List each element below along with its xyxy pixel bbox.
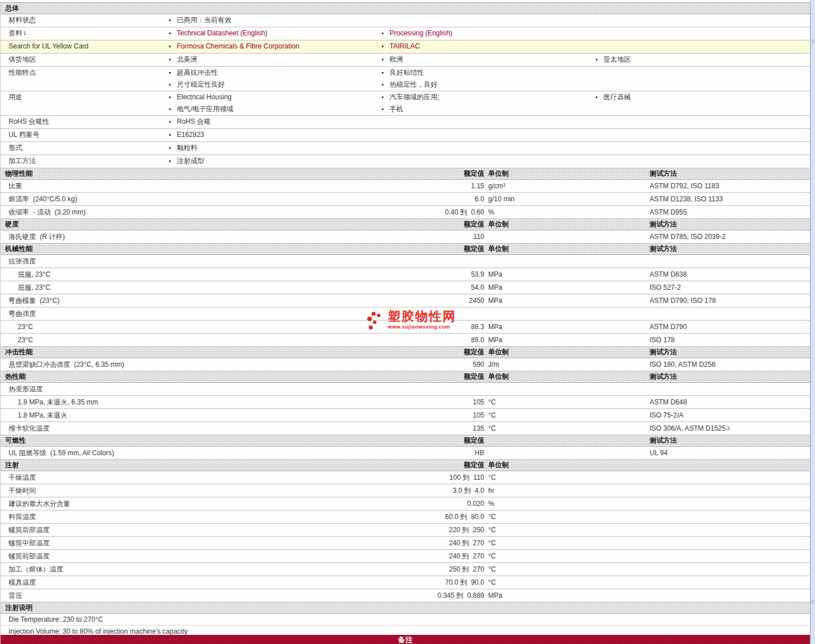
property-row: 弯曲模量 (23°C)2450MPaASTM D790, ISO 178 <box>1 294 810 307</box>
vertical-scrollbar[interactable] <box>810 0 815 644</box>
bullet-icon: • <box>382 40 384 52</box>
info-row-label: UL 档案号 <box>9 129 39 141</box>
list-item-text: 电气/电子应用领域 <box>177 105 233 113</box>
section-title: 注射 <box>1 461 19 469</box>
property-unit: MPa <box>488 334 502 346</box>
test-method-text: ISO 527-2 <box>650 283 681 291</box>
property-unit: °C <box>488 471 496 484</box>
property-value: HB <box>343 447 484 459</box>
property-test-method: ISO 178 <box>650 334 675 346</box>
material-datasheet-page: 总体材料状态•已商用：当前有效资料1•Technical Datasheet (… <box>0 0 815 644</box>
section-header: 硬度额定值单位制测试方法 <box>1 219 810 230</box>
property-value: 88.3 <box>343 321 484 333</box>
bullet-icon: • <box>169 142 171 154</box>
property-row: 洛氏硬度 (R 计秤)110ASTM D785, ISO 2039-2 <box>1 230 810 244</box>
bullet-column: •颗粒料 <box>169 142 197 154</box>
list-item-text: 尺寸稳定性良好 <box>177 80 225 88</box>
property-test-method: UL 94 <box>650 447 668 459</box>
bullet-icon: • <box>169 67 171 79</box>
property-label: 熔流率 (240°C/5.0 kg) <box>9 193 77 205</box>
property-test-method: ASTM D785, ISO 2039-2 <box>650 230 725 243</box>
section-title: 热性能 <box>1 372 26 380</box>
bullet-icon: • <box>169 54 171 66</box>
rated-value-column-header: 额定值 <box>343 460 484 471</box>
bullet-column: •注射成型 <box>169 155 204 167</box>
property-test-method: ASTM D790, ISO 178 <box>650 294 716 307</box>
property-row: 螺筒中部温度240 到 270°C <box>1 537 810 550</box>
info-row: 供货地区•北美洲•欧洲•亚太地区 <box>1 54 810 67</box>
property-row: 屈服, 23°C53.9MPaASTM D638 <box>1 268 810 281</box>
property-value: 220 到 250 <box>343 524 484 536</box>
property-unit: MPa <box>488 268 502 281</box>
list-item: •汽车领域的应用: <box>382 91 439 103</box>
test-method-text: ASTM D785, ISO 2039-2 <box>650 233 725 241</box>
link[interactable]: Formosa Chemicals & Fibre Corporation <box>177 42 299 50</box>
bullet-column: •医疗器械 <box>595 91 631 103</box>
info-row-label: 加工方法 <box>9 155 36 167</box>
info-row-label-text: UL 档案号 <box>9 131 39 139</box>
unit-column-header: 单位制 <box>488 168 509 179</box>
property-unit: °C <box>488 576 496 589</box>
info-row: 资料1•Technical Datasheet (English)•Proces… <box>1 27 810 40</box>
property-unit: °C <box>488 537 496 549</box>
test-method-column-header: 测试方法 <box>650 168 677 179</box>
info-row: RoHS 合规性•RoHS 合规 <box>1 116 810 129</box>
link[interactable]: TAIRILAC <box>390 42 420 50</box>
link[interactable]: Processing (English) <box>390 29 452 37</box>
property-test-method: ASTM D790 <box>650 321 687 333</box>
property-value: 89.0 <box>343 334 484 346</box>
test-method-column-header: 测试方法 <box>650 219 677 230</box>
list-item: •Electrical Housing <box>169 91 233 103</box>
property-row: 螺筒后部温度220 到 250°C <box>1 524 810 537</box>
bullet-icon: • <box>169 27 171 39</box>
test-method-column-header: 测试方法 <box>650 371 677 382</box>
property-test-method: ASTM D792, ISO 1183 <box>650 180 719 192</box>
property-row: 加工（熔体）温度250 到 270°C <box>1 563 810 576</box>
bullet-column: •欧洲 <box>382 54 403 66</box>
bullet-icon: • <box>169 155 171 167</box>
property-test-method: ISO 306/A, ASTM D15252 <box>650 422 729 435</box>
section-header: 可燃性额定值测试方法 <box>1 435 810 447</box>
list-item-text: 热稳定性，良好 <box>390 80 437 88</box>
bullet-icon: • <box>169 40 171 52</box>
property-unit: MPa <box>488 321 502 333</box>
property-unit: MPa <box>488 294 502 307</box>
link[interactable]: Technical Datasheet (English) <box>177 29 267 37</box>
list-item-text: 超高抗冲击性 <box>177 68 218 76</box>
test-method-text: ISO 306/A, ASTM D1525 <box>650 424 725 432</box>
list-item: •TAIRILAC <box>382 40 420 52</box>
property-row: 背压0.345 到 0.689MPa <box>1 589 810 602</box>
info-row: 加工方法•注射成型 <box>1 155 810 168</box>
info-row-label: Search for UL Yellow Card <box>9 40 88 52</box>
test-method-text: ASTM D792, ISO 1183 <box>650 182 719 190</box>
list-item: •超高抗冲击性 <box>169 67 225 79</box>
property-row: UL 阻燃等级 (1.59 mm, All Colors)HBUL 94 <box>1 447 810 460</box>
unit-column-header: 单位制 <box>488 347 509 358</box>
rated-value-column-header: 额定值 <box>343 435 484 446</box>
bullet-column: •TAIRILAC <box>382 40 420 52</box>
property-test-method: ASTM D638 <box>650 268 687 281</box>
list-item-text: Electrical Housing <box>177 93 232 101</box>
property-row: 建议的最大水分含量0.020% <box>1 497 810 511</box>
list-item: •欧洲 <box>382 54 403 66</box>
property-label: 螺筒后部温度 <box>9 524 50 536</box>
property-value: 60.0 到 80.0 <box>343 511 484 523</box>
property-row: 1.8 MPa, 未退火, 6.35 mm105°CASTM D648 <box>1 396 810 409</box>
info-row: UL 档案号•E162823 <box>1 129 810 142</box>
bullet-icon: • <box>169 14 171 26</box>
section-header: 总体 <box>1 3 810 14</box>
bullet-column: •Technical Datasheet (English) <box>169 27 267 39</box>
property-label: 建议的最大水分含量 <box>9 497 70 510</box>
bullet-icon: • <box>169 103 171 115</box>
footnote-marker: 1 <box>23 30 26 36</box>
info-row-label-text: 加工方法 <box>9 157 36 165</box>
info-row: Search for UL Yellow Card•Formosa Chemic… <box>1 40 810 54</box>
bullet-column: •良好粘结性•热稳定性，良好 <box>382 67 437 91</box>
list-item: •北美洲 <box>169 54 197 66</box>
scrollbar-grip-icon[interactable] <box>812 600 814 604</box>
property-test-method: ASTM D955 <box>650 206 687 218</box>
scrollbar-grip-icon[interactable] <box>812 39 814 43</box>
property-row: 23°C88.3MPaASTM D790 <box>1 321 810 334</box>
property-label: 23°C <box>18 334 33 346</box>
property-value: 2450 <box>343 294 484 307</box>
